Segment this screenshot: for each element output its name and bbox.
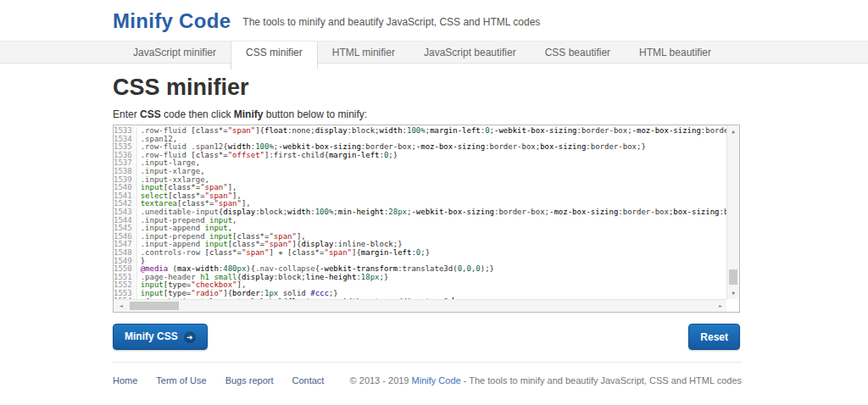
instruction-css-word: CSS [140, 108, 161, 120]
footer-link-term-of-use[interactable]: Term of Use [156, 375, 206, 386]
copyright-link[interactable]: Minify Code [412, 375, 461, 386]
copyright-tagline: - The tools to minify and beautify JavaS… [461, 375, 742, 386]
instruction-part: code then click [161, 108, 234, 120]
scroll-right-icon[interactable]: ► [715, 300, 726, 312]
footer-link-home[interactable]: Home [113, 375, 137, 386]
page-title: CSS minifier [113, 75, 742, 101]
code-line: 1553input[type="radio"]{border:1px solid… [114, 290, 726, 298]
scroll-down-icon[interactable]: ▼ [727, 287, 739, 299]
code-line: 1533.row-fluid [class*="span"]{float:non… [114, 127, 726, 136]
site-tagline: The tools to minify and beautify JavaScr… [242, 16, 540, 28]
main-content: CSS minifier Enter CSS code then click M… [0, 75, 742, 350]
minify-css-button[interactable]: Minify CSS➜ [113, 324, 208, 350]
tab-javascript-beautifier[interactable]: JavaScript beautifier [409, 42, 531, 64]
tab-html-beautifier[interactable]: HTML beautifier [625, 42, 726, 64]
tab-bar-tabs: JavaScript minifierCSS minifierHTML mini… [119, 42, 726, 69]
copyright-years: © 2013 - 2019 [350, 375, 412, 386]
reset-button[interactable]: Reset [688, 324, 740, 350]
code-line: 1536.row-fluid [class*="offset"]:first-c… [114, 152, 726, 160]
footer-links: HomeTerm of UseBugs reportContact [113, 372, 342, 387]
site-logo[interactable]: Minify Code [113, 9, 231, 33]
footer-link-bugs-report[interactable]: Bugs report [225, 375, 274, 386]
hscroll-thumb[interactable] [130, 302, 179, 310]
vscroll-thumb[interactable] [729, 269, 737, 285]
code-line: 1548.controls-row [class*="span"] + [cla… [114, 249, 726, 258]
code-text: .row-fluid [class*="span"]{float:none;di… [137, 127, 726, 136]
code-area: 1533.row-fluid [class*="span"]{float:non… [114, 127, 726, 299]
css-code-editor[interactable]: 1533.row-fluid [class*="span"]{float:non… [113, 125, 740, 313]
instruction-minify-word: Minify [234, 108, 264, 120]
copyright-text: © 2013 - 2019 Minify Code - The tools to… [350, 375, 742, 386]
code-text: .controls-row [class*="span"] + [class*=… [137, 249, 430, 258]
tab-css-beautifier[interactable]: CSS beautifier [531, 42, 625, 64]
instruction-text: Enter CSS code then click Minify button … [113, 108, 742, 120]
footer-link-contact[interactable]: Contact [292, 375, 325, 386]
scroll-up-icon[interactable]: ▲ [727, 125, 739, 137]
tab-html-minifier[interactable]: HTML minifier [318, 42, 409, 64]
arrow-right-icon: ➜ [184, 331, 196, 343]
page-footer: HomeTerm of UseBugs reportContact © 2013… [113, 362, 742, 387]
scrollbar-corner [726, 299, 739, 312]
code-text: input[type="radio"]{border:1px solid #cc… [137, 290, 338, 298]
scroll-left-icon[interactable]: ◄ [115, 300, 127, 312]
tab-css-minifier[interactable]: CSS minifier [231, 42, 318, 69]
instruction-part: Enter [113, 108, 140, 120]
tab-bar: JavaScript minifierCSS minifierHTML mini… [0, 41, 868, 64]
instruction-part: button below to minify: [263, 108, 367, 120]
site-header: Minify CodeThe tools to minify and beaut… [0, 0, 868, 41]
tab-javascript-minifier[interactable]: JavaScript minifier [119, 42, 231, 64]
code-line: 1537.input-large, [114, 159, 726, 168]
minify-css-button-label: Minify CSS [125, 330, 178, 342]
editor-hscrollbar[interactable]: ◄ ► [114, 299, 726, 312]
action-buttons-row: Minify CSS➜ Reset [113, 324, 740, 350]
editor-vscrollbar[interactable]: ▲ ▼ [726, 125, 739, 299]
